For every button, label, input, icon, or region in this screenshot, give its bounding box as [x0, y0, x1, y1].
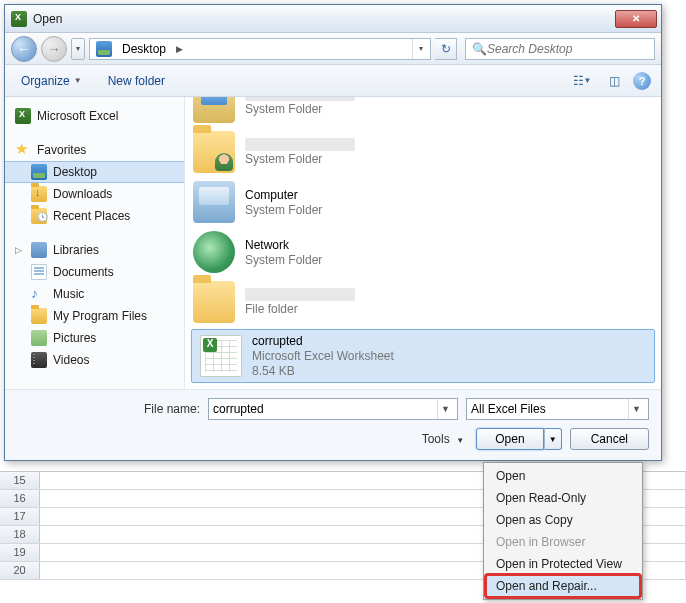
row-header[interactable]: 19	[0, 544, 40, 561]
window-title: Open	[33, 12, 613, 26]
list-item[interactable]: File folder	[185, 277, 661, 327]
menu-item-open-repair[interactable]: Open and Repair...	[486, 575, 640, 597]
preview-pane-button[interactable]: ◫	[601, 70, 627, 92]
user-folder-icon	[193, 131, 235, 173]
sidebar-item-documents[interactable]: Documents	[5, 261, 184, 283]
list-item[interactable]: System Folder	[185, 127, 661, 177]
desktop-icon	[31, 164, 47, 180]
recent-icon	[31, 208, 47, 224]
chevron-right-icon[interactable]: ▶	[172, 44, 187, 54]
nav-bar: ← → ▾ Desktop ▶ ▾ ↻ 🔍	[5, 33, 661, 65]
sidebar-item-desktop[interactable]: Desktop	[5, 161, 184, 183]
excel-icon	[15, 108, 31, 124]
forward-button[interactable]: →	[41, 36, 67, 62]
filename-input[interactable]	[213, 402, 437, 416]
view-options-button[interactable]: ☷ ▼	[569, 70, 595, 92]
toolbar: Organize▼ New folder ☷ ▼ ◫ ?	[5, 65, 661, 97]
libraries-icon	[31, 242, 47, 258]
excel-file-icon	[200, 335, 242, 377]
menu-item-open-readonly[interactable]: Open Read-Only	[486, 487, 640, 509]
cancel-button[interactable]: Cancel	[570, 428, 649, 450]
row-header[interactable]: 20	[0, 562, 40, 579]
breadcrumb-dropdown[interactable]: ▾	[412, 39, 428, 59]
close-button[interactable]: ✕	[615, 10, 657, 28]
search-input[interactable]	[487, 42, 648, 56]
list-item-network[interactable]: NetworkSystem Folder	[185, 227, 661, 277]
item-name	[245, 97, 355, 101]
sidebar-item-programfiles[interactable]: My Program Files	[5, 305, 184, 327]
system-folder-icon	[193, 97, 235, 123]
open-dropdown-menu: Open Open Read-Only Open as Copy Open in…	[483, 462, 643, 600]
back-button[interactable]: ←	[11, 36, 37, 62]
list-item-corrupted[interactable]: corruptedMicrosoft Excel Worksheet8.54 K…	[191, 329, 655, 383]
downloads-icon	[31, 186, 47, 202]
menu-item-open[interactable]: Open	[486, 465, 640, 487]
open-button[interactable]: Open	[476, 428, 543, 450]
star-icon: ★	[15, 142, 31, 158]
list-item[interactable]: System Folder	[185, 97, 661, 127]
titlebar: Open ✕	[5, 5, 661, 33]
sidebar-favorites[interactable]: ★Favorites	[5, 139, 184, 161]
folder-icon	[31, 308, 47, 324]
computer-icon	[193, 181, 235, 223]
sidebar-item-downloads[interactable]: Downloads	[5, 183, 184, 205]
desktop-icon	[96, 41, 112, 57]
filename-label: File name:	[144, 402, 200, 416]
open-dropdown-button[interactable]: ▼	[544, 428, 562, 450]
list-item-computer[interactable]: ComputerSystem Folder	[185, 177, 661, 227]
folder-icon	[193, 281, 235, 323]
breadcrumb-segment[interactable]: Desktop	[116, 39, 172, 59]
menu-item-open-copy[interactable]: Open as Copy	[486, 509, 640, 531]
breadcrumb[interactable]: Desktop ▶ ▾	[89, 38, 431, 60]
row-header[interactable]: 18	[0, 526, 40, 543]
row-header[interactable]: 17	[0, 508, 40, 525]
search-icon: 🔍	[472, 42, 487, 56]
row-header[interactable]: 15	[0, 472, 40, 489]
filename-combo[interactable]: ▼	[208, 398, 458, 420]
sidebar-libraries[interactable]: ▷Libraries	[5, 239, 184, 261]
organize-button[interactable]: Organize▼	[15, 70, 88, 92]
file-filter-combo[interactable]: All Excel Files ▼	[466, 398, 649, 420]
menu-item-open-browser: Open in Browser	[486, 531, 640, 553]
search-box[interactable]: 🔍	[465, 38, 655, 60]
sidebar-item-pictures[interactable]: Pictures	[5, 327, 184, 349]
item-name	[245, 138, 355, 151]
sidebar-item-videos[interactable]: Videos	[5, 349, 184, 371]
row-header[interactable]: 16	[0, 490, 40, 507]
tools-button[interactable]: Tools ▼	[422, 432, 465, 446]
dialog-footer: File name: ▼ All Excel Files ▼ Tools ▼ O…	[5, 389, 661, 460]
sidebar: Microsoft Excel ★Favorites Desktop Downl…	[5, 97, 185, 389]
chevron-down-icon[interactable]: ▼	[628, 399, 644, 419]
pictures-icon	[31, 330, 47, 346]
sidebar-item-music[interactable]: ♪Music	[5, 283, 184, 305]
open-split-button[interactable]: Open ▼	[476, 428, 561, 450]
refresh-button[interactable]: ↻	[435, 38, 457, 60]
nav-history-button[interactable]: ▾	[71, 38, 85, 60]
open-dialog: Open ✕ ← → ▾ Desktop ▶ ▾ ↻ 🔍 Organize▼ N…	[4, 4, 662, 461]
sidebar-item-recent[interactable]: Recent Places	[5, 205, 184, 227]
chevron-down-icon[interactable]: ▼	[437, 399, 453, 419]
excel-icon	[11, 11, 27, 27]
videos-icon	[31, 352, 47, 368]
new-folder-button[interactable]: New folder	[102, 70, 171, 92]
file-list[interactable]: System Folder System Folder ComputerSyst…	[185, 97, 661, 389]
network-icon	[193, 231, 235, 273]
help-button[interactable]: ?	[633, 72, 651, 90]
music-icon: ♪	[31, 286, 47, 302]
item-name	[245, 288, 355, 301]
documents-icon	[31, 264, 47, 280]
menu-item-open-protected[interactable]: Open in Protected View	[486, 553, 640, 575]
sidebar-app[interactable]: Microsoft Excel	[5, 105, 184, 127]
